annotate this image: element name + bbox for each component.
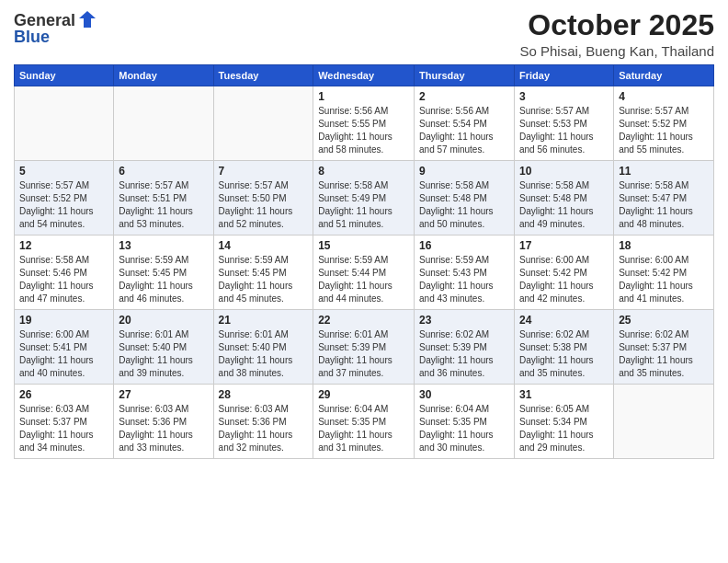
table-row: 24 Sunrise: 6:02 AMSunset: 5:38 PMDaylig… xyxy=(515,310,614,385)
calendar-row: 1 Sunrise: 5:56 AMSunset: 5:55 PMDayligh… xyxy=(15,86,714,161)
table-row: 3 Sunrise: 5:57 AMSunset: 5:53 PMDayligh… xyxy=(515,86,614,161)
day-number: 2 xyxy=(419,90,509,103)
day-number: 3 xyxy=(519,90,609,103)
table-row: 9 Sunrise: 5:58 AMSunset: 5:48 PMDayligh… xyxy=(415,161,515,236)
table-row: 2 Sunrise: 5:56 AMSunset: 5:54 PMDayligh… xyxy=(415,86,515,161)
day-info: Sunrise: 5:58 AMSunset: 5:49 PMDaylight:… xyxy=(318,180,392,229)
table-row: 17 Sunrise: 6:00 AMSunset: 5:42 PMDaylig… xyxy=(515,236,614,310)
day-info: Sunrise: 5:56 AMSunset: 5:55 PMDaylight:… xyxy=(318,106,392,155)
table-row: 20 Sunrise: 6:01 AMSunset: 5:40 PMDaylig… xyxy=(114,310,213,385)
day-info: Sunrise: 6:02 AMSunset: 5:37 PMDaylight:… xyxy=(619,329,693,378)
table-row: 6 Sunrise: 5:57 AMSunset: 5:51 PMDayligh… xyxy=(114,161,213,236)
table-row: 21 Sunrise: 6:01 AMSunset: 5:40 PMDaylig… xyxy=(213,310,313,385)
col-tuesday: Tuesday xyxy=(213,65,313,86)
table-row xyxy=(114,86,213,161)
location-title: So Phisai, Bueng Kan, Thailand xyxy=(519,43,714,59)
day-info: Sunrise: 6:03 AMSunset: 5:36 PMDaylight:… xyxy=(119,404,193,453)
table-row: 14 Sunrise: 5:59 AMSunset: 5:45 PMDaylig… xyxy=(213,236,313,310)
table-row: 5 Sunrise: 5:57 AMSunset: 5:52 PMDayligh… xyxy=(15,161,114,236)
day-info: Sunrise: 5:59 AMSunset: 5:43 PMDaylight:… xyxy=(419,255,494,304)
day-number: 21 xyxy=(219,314,309,327)
day-number: 5 xyxy=(19,165,108,178)
day-info: Sunrise: 5:58 AMSunset: 5:47 PMDaylight:… xyxy=(619,180,693,229)
day-number: 13 xyxy=(119,239,208,252)
table-row: 19 Sunrise: 6:00 AMSunset: 5:41 PMDaylig… xyxy=(15,310,114,385)
table-row: 4 Sunrise: 5:57 AMSunset: 5:52 PMDayligh… xyxy=(614,86,714,161)
col-monday: Monday xyxy=(114,65,213,86)
day-info: Sunrise: 5:58 AMSunset: 5:48 PMDaylight:… xyxy=(519,180,594,229)
day-number: 22 xyxy=(318,314,409,327)
table-row: 27 Sunrise: 6:03 AMSunset: 5:36 PMDaylig… xyxy=(114,385,213,459)
day-number: 11 xyxy=(619,165,709,178)
day-info: Sunrise: 6:01 AMSunset: 5:40 PMDaylight:… xyxy=(219,329,293,378)
table-row: 30 Sunrise: 6:04 AMSunset: 5:35 PMDaylig… xyxy=(415,385,515,459)
table-row: 16 Sunrise: 5:59 AMSunset: 5:43 PMDaylig… xyxy=(415,236,515,310)
header: General Blue October 2025 So Phisai, Bue… xyxy=(14,9,714,59)
day-info: Sunrise: 5:57 AMSunset: 5:51 PMDaylight:… xyxy=(119,180,193,229)
logo-icon xyxy=(77,9,97,29)
day-info: Sunrise: 5:57 AMSunset: 5:52 PMDaylight:… xyxy=(19,180,94,229)
table-row: 1 Sunrise: 5:56 AMSunset: 5:55 PMDayligh… xyxy=(313,86,415,161)
day-info: Sunrise: 6:04 AMSunset: 5:35 PMDaylight:… xyxy=(318,404,392,453)
day-number: 29 xyxy=(318,388,409,401)
day-number: 24 xyxy=(519,314,609,327)
table-row xyxy=(614,385,714,459)
table-row: 12 Sunrise: 5:58 AMSunset: 5:46 PMDaylig… xyxy=(15,236,114,310)
table-row xyxy=(213,86,313,161)
col-sunday: Sunday xyxy=(15,65,114,86)
day-number: 8 xyxy=(318,165,409,178)
table-row: 25 Sunrise: 6:02 AMSunset: 5:37 PMDaylig… xyxy=(614,310,714,385)
day-info: Sunrise: 6:02 AMSunset: 5:38 PMDaylight:… xyxy=(519,329,594,378)
day-info: Sunrise: 5:57 AMSunset: 5:53 PMDaylight:… xyxy=(519,106,594,155)
calendar-row: 5 Sunrise: 5:57 AMSunset: 5:52 PMDayligh… xyxy=(15,161,714,236)
col-wednesday: Wednesday xyxy=(313,65,415,86)
calendar-row: 26 Sunrise: 6:03 AMSunset: 5:37 PMDaylig… xyxy=(15,385,714,459)
day-info: Sunrise: 6:00 AMSunset: 5:42 PMDaylight:… xyxy=(619,255,693,304)
day-info: Sunrise: 5:59 AMSunset: 5:45 PMDaylight:… xyxy=(219,255,293,304)
calendar-row: 19 Sunrise: 6:00 AMSunset: 5:41 PMDaylig… xyxy=(15,310,714,385)
svg-marker-0 xyxy=(79,11,96,28)
day-number: 18 xyxy=(619,239,709,252)
table-row: 8 Sunrise: 5:58 AMSunset: 5:49 PMDayligh… xyxy=(313,161,415,236)
day-info: Sunrise: 5:57 AMSunset: 5:50 PMDaylight:… xyxy=(219,180,293,229)
day-number: 14 xyxy=(219,239,309,252)
table-row: 23 Sunrise: 6:02 AMSunset: 5:39 PMDaylig… xyxy=(415,310,515,385)
calendar-row: 12 Sunrise: 5:58 AMSunset: 5:46 PMDaylig… xyxy=(15,236,714,310)
day-number: 25 xyxy=(619,314,709,327)
table-row: 11 Sunrise: 5:58 AMSunset: 5:47 PMDaylig… xyxy=(614,161,714,236)
month-title: October 2025 xyxy=(519,9,714,41)
table-row: 31 Sunrise: 6:05 AMSunset: 5:34 PMDaylig… xyxy=(515,385,614,459)
day-info: Sunrise: 5:57 AMSunset: 5:52 PMDaylight:… xyxy=(619,106,693,155)
day-number: 10 xyxy=(519,165,609,178)
table-row: 7 Sunrise: 5:57 AMSunset: 5:50 PMDayligh… xyxy=(213,161,313,236)
table-row: 22 Sunrise: 6:01 AMSunset: 5:39 PMDaylig… xyxy=(313,310,415,385)
day-number: 31 xyxy=(519,388,609,401)
day-number: 23 xyxy=(419,314,509,327)
day-number: 6 xyxy=(119,165,208,178)
table-row: 29 Sunrise: 6:04 AMSunset: 5:35 PMDaylig… xyxy=(313,385,415,459)
day-info: Sunrise: 5:59 AMSunset: 5:44 PMDaylight:… xyxy=(318,255,392,304)
header-row: Sunday Monday Tuesday Wednesday Thursday… xyxy=(15,65,714,86)
day-number: 20 xyxy=(119,314,208,327)
day-number: 9 xyxy=(419,165,509,178)
title-block: October 2025 So Phisai, Bueng Kan, Thail… xyxy=(519,9,714,59)
day-number: 30 xyxy=(419,388,509,401)
day-info: Sunrise: 6:00 AMSunset: 5:42 PMDaylight:… xyxy=(519,255,594,304)
day-number: 12 xyxy=(19,239,108,252)
day-info: Sunrise: 5:58 AMSunset: 5:46 PMDaylight:… xyxy=(19,255,94,304)
day-number: 27 xyxy=(119,388,208,401)
day-number: 17 xyxy=(519,239,609,252)
day-info: Sunrise: 6:02 AMSunset: 5:39 PMDaylight:… xyxy=(419,329,494,378)
day-info: Sunrise: 6:05 AMSunset: 5:34 PMDaylight:… xyxy=(519,404,594,453)
page: General Blue October 2025 So Phisai, Bue… xyxy=(0,0,728,563)
day-number: 28 xyxy=(219,388,309,401)
day-info: Sunrise: 5:56 AMSunset: 5:54 PMDaylight:… xyxy=(419,106,494,155)
table-row: 28 Sunrise: 6:03 AMSunset: 5:36 PMDaylig… xyxy=(213,385,313,459)
table-row: 26 Sunrise: 6:03 AMSunset: 5:37 PMDaylig… xyxy=(15,385,114,459)
day-number: 1 xyxy=(318,90,409,103)
day-info: Sunrise: 5:58 AMSunset: 5:48 PMDaylight:… xyxy=(419,180,494,229)
logo: General Blue xyxy=(14,9,97,47)
logo-text-blue: Blue xyxy=(14,28,50,47)
day-info: Sunrise: 6:01 AMSunset: 5:40 PMDaylight:… xyxy=(119,329,193,378)
table-row: 13 Sunrise: 5:59 AMSunset: 5:45 PMDaylig… xyxy=(114,236,213,310)
